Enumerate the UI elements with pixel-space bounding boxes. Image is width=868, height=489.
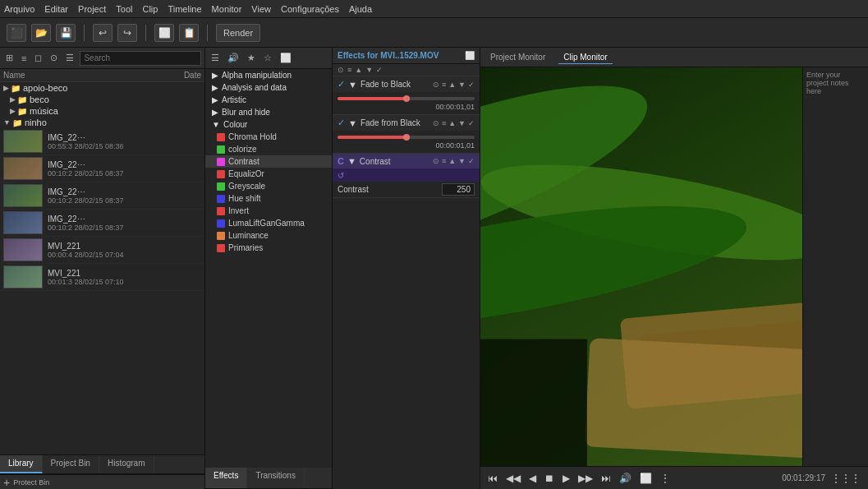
undo-button[interactable]: ↩ — [93, 24, 113, 42]
category-blur[interactable]: ▶ Blur and hide — [205, 106, 332, 118]
skip-back-button[interactable]: ⏮ — [485, 472, 500, 485]
section-down-icon[interactable]: ▼ — [458, 81, 466, 89]
section-expand[interactable]: ▼ — [348, 80, 357, 90]
effect-chroma-hold[interactable]: Chroma Hold — [205, 131, 332, 143]
clip-item[interactable]: IMG_22⋯ 00:55:3 28/02/15 08:36 — [0, 128, 204, 155]
stop-button[interactable]: ⏹ — [542, 472, 557, 485]
maximize-icon[interactable]: ⬜ — [465, 51, 475, 60]
menu-project[interactable]: Project — [78, 4, 106, 14]
project-monitor-tab[interactable]: Project Monitor — [485, 51, 550, 63]
effect-luminance[interactable]: Luminance — [205, 229, 332, 242]
effect-invert[interactable]: Invert — [205, 205, 332, 217]
category-colour[interactable]: ▼ Colour — [205, 118, 332, 131]
section-settings-icon[interactable]: ⊙ — [433, 119, 439, 127]
clip-item[interactable]: IMG_22⋯ 00:10:2 28/02/15 08:37 — [0, 155, 204, 182]
section-check[interactable]: ✓ — [338, 79, 345, 90]
search-input[interactable] — [80, 51, 201, 66]
folder-ninho[interactable]: ▼ 📁 ninho — [0, 117, 204, 128]
add-icon[interactable]: + — [3, 476, 10, 489]
folder-beco[interactable]: ▶ 📁 beco — [0, 94, 204, 105]
menu-configuracoes[interactable]: Configurações — [281, 4, 339, 14]
up-icon[interactable]: ▲ — [355, 66, 362, 74]
menu-timeline[interactable]: Timeline — [168, 4, 201, 14]
menu-icon[interactable]: ☰ — [63, 52, 76, 64]
effects-tab[interactable]: Effects — [205, 468, 247, 488]
section-down-icon[interactable]: ▼ — [458, 157, 466, 165]
slider-track[interactable] — [338, 97, 475, 100]
transitions-tab[interactable]: Transitions — [247, 468, 305, 488]
enable-icon[interactable]: ⊙ — [338, 66, 344, 74]
list-icon[interactable]: ≡ — [19, 53, 29, 64]
effect-luma[interactable]: LumaLiftGanGamma — [205, 217, 332, 229]
grid-icon[interactable]: ⊞ — [3, 52, 16, 64]
section-x-icon[interactable]: ✓ — [468, 119, 475, 127]
section-up-icon[interactable]: ▲ — [448, 81, 456, 89]
new-button[interactable]: ⬛ — [7, 24, 26, 42]
section-up-icon[interactable]: ▲ — [448, 157, 456, 165]
section-down-icon[interactable]: ▼ — [458, 119, 466, 127]
play-button[interactable]: ▶ — [560, 472, 572, 485]
section-menu-icon[interactable]: ≡ — [442, 81, 446, 89]
step-back-button[interactable]: ◀ — [526, 472, 539, 485]
fullscreen-button[interactable]: ⬜ — [637, 472, 654, 485]
effect-hue-shift[interactable]: Hue shift — [205, 192, 332, 205]
section-check[interactable]: ✓ — [338, 118, 345, 128]
menu-arquivo[interactable]: Arquivo — [4, 4, 34, 14]
histogram-tab[interactable]: Histogram — [99, 455, 154, 473]
section-menu-icon[interactable]: ≡ — [442, 157, 446, 165]
project-bin-tab[interactable]: Project Bin — [43, 455, 99, 473]
library-tab[interactable]: Library — [0, 455, 43, 473]
check-icon[interactable]: ✓ — [376, 66, 383, 74]
clip-monitor-tab[interactable]: Clip Monitor — [558, 51, 612, 64]
slider-track[interactable] — [338, 136, 475, 139]
menu-tool[interactable]: Tool — [116, 4, 132, 14]
rewind-button[interactable]: ◀◀ — [503, 472, 523, 485]
effects-menu-icon[interactable]: ☰ — [209, 52, 222, 64]
render-button[interactable]: Render — [216, 24, 260, 42]
section-x-icon[interactable]: ✓ — [468, 157, 475, 165]
folder-musica[interactable]: ▶ 📁 música — [0, 105, 204, 117]
settings-icon[interactable]: ≡ — [347, 66, 351, 74]
section-up-icon[interactable]: ▲ — [448, 119, 456, 127]
grid-view-button[interactable]: ⋮⋮⋮ — [829, 472, 863, 485]
category-alpha[interactable]: ▶ Alpha manipulation — [205, 69, 332, 81]
folder-apoio-beco[interactable]: ▶ 📁 apoio-beco — [0, 82, 204, 94]
skip-forward-button[interactable]: ⏭ — [599, 472, 613, 485]
slider-handle[interactable] — [403, 95, 410, 102]
section-settings-icon[interactable]: ⊙ — [433, 81, 439, 89]
menu-editar[interactable]: Editar — [44, 4, 68, 14]
effects-audio-icon[interactable]: 🔊 — [225, 52, 241, 64]
more-button[interactable]: ⋮ — [658, 472, 673, 485]
category-artistic[interactable]: ▶ Artistic — [205, 94, 332, 106]
clip-item[interactable]: IMG_22⋯ 00:10:2 28/02/15 08:37 — [0, 210, 204, 237]
section-settings-icon[interactable]: ⊙ — [433, 157, 439, 165]
preview-icon[interactable]: ◻ — [32, 52, 44, 64]
down-icon[interactable]: ▼ — [365, 66, 373, 74]
clip-item[interactable]: IMG_22⋯ 00:10:2 28/02/15 08:37 — [0, 182, 204, 210]
copy-button[interactable]: 📋 — [179, 24, 199, 42]
effects-blue-icon[interactable]: ⬜ — [278, 52, 294, 64]
fast-forward-button[interactable]: ▶▶ — [576, 472, 595, 485]
redo-button[interactable]: ↪ — [117, 24, 137, 42]
effects-star2-icon[interactable]: ☆ — [261, 52, 274, 64]
section-menu-icon[interactable]: ≡ — [442, 119, 446, 127]
slider-handle[interactable] — [403, 134, 410, 141]
contrast-value-input[interactable] — [442, 183, 475, 196]
menu-clip[interactable]: Clip — [142, 4, 158, 14]
open-button[interactable]: 📂 — [31, 24, 51, 42]
clip-button[interactable]: ⬜ — [154, 24, 174, 42]
menu-ajuda[interactable]: Ajuda — [349, 4, 372, 14]
section-x-icon[interactable]: ✓ — [468, 81, 475, 89]
effect-equalizor[interactable]: EqualizOr — [205, 168, 332, 180]
section-expand[interactable]: ▼ — [347, 156, 356, 166]
clip-item[interactable]: MVI_221 00:00:4 28/02/15 07:04 — [0, 237, 204, 264]
clip-item[interactable]: MVI_221 00:01:3 28/02/15 07:10 — [0, 264, 204, 291]
volume-button[interactable]: 🔊 — [617, 472, 634, 485]
effect-colorize[interactable]: colorize — [205, 143, 332, 155]
effect-primaries[interactable]: Primaries — [205, 242, 332, 254]
section-expand[interactable]: ▼ — [348, 118, 357, 128]
effect-greyscale[interactable]: Greyscale — [205, 180, 332, 192]
tag-icon[interactable]: ⊙ — [48, 52, 60, 64]
effects-star1-icon[interactable]: ★ — [245, 52, 258, 64]
menu-view[interactable]: View — [251, 4, 271, 14]
